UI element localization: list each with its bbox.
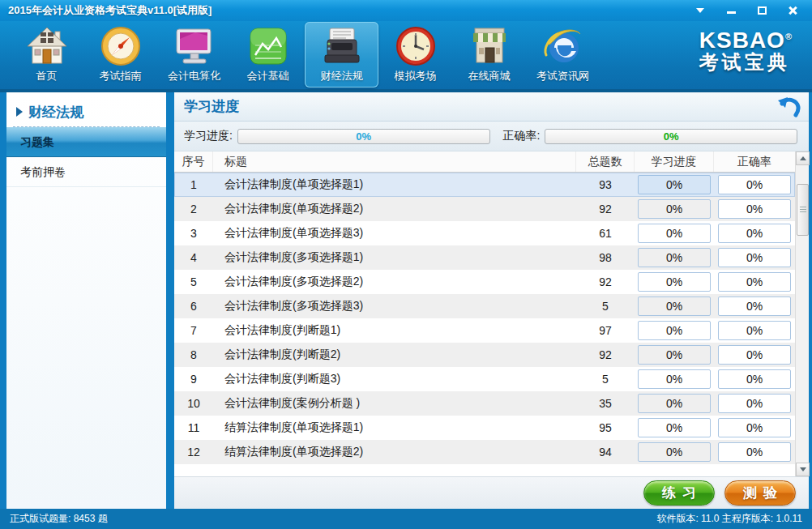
row-progress-cell: 0% xyxy=(635,248,714,267)
nav-item-label: 会计电算化 xyxy=(168,69,220,83)
row-total: 95 xyxy=(576,421,635,434)
table-row[interactable]: 2会计法律制度(单项选择题2)920%0% xyxy=(174,197,795,221)
progress-label: 学习进度: xyxy=(184,129,233,143)
ksbao-logo: KSBAO® 考试宝典 xyxy=(699,22,804,73)
row-progress-cell: 0% xyxy=(635,272,714,292)
table-row[interactable]: 8会计法律制度(判断题2)920%0% xyxy=(174,343,795,367)
triangle-right-icon xyxy=(16,107,23,117)
table-row[interactable]: 11结算法律制度(单项选择题1)950%0% xyxy=(174,416,795,440)
nav-item-accounting-basics[interactable]: 会计基础 xyxy=(231,22,305,87)
ie-icon xyxy=(541,24,585,68)
row-total: 94 xyxy=(576,446,635,459)
nav-item-finance-regulations[interactable]: 财经法规 xyxy=(305,22,378,87)
row-total: 5 xyxy=(576,300,635,313)
status-question-count: 正式版试题量: 8453 题 xyxy=(10,512,108,526)
progress-value: 0% xyxy=(356,130,371,143)
sidebar-item-exercise-sets[interactable]: 习题集 xyxy=(6,127,166,157)
row-total: 93 xyxy=(576,178,635,191)
table-row[interactable]: 3会计法律制度(单项选择题3)610%0% xyxy=(174,221,795,245)
row-no: 9 xyxy=(174,373,213,386)
back-arrow-icon[interactable] xyxy=(776,95,801,119)
row-accuracy-value: 0% xyxy=(718,175,791,194)
table-row[interactable]: 6会计法律制度(多项选择题3)50%0% xyxy=(174,294,795,318)
sidebar-item-label: 考前押卷 xyxy=(20,165,66,178)
sidebar-item-pre-exam-papers[interactable]: 考前押卷 xyxy=(6,157,166,187)
row-accuracy-cell: 0% xyxy=(714,296,795,316)
row-progress-value: 0% xyxy=(638,224,711,243)
row-accuracy-value: 0% xyxy=(718,321,791,340)
progress-bar: 0% xyxy=(237,129,490,144)
col-header-accuracy: 正确率 xyxy=(714,151,795,172)
computer-icon xyxy=(173,24,216,68)
table-header: 序号 标题 总题数 学习进度 正确率 xyxy=(174,151,795,173)
body-area: 财经法规 习题集 考前押卷 学习进度 学习进度: 0% xyxy=(0,92,812,509)
nav-item-exam-info-site[interactable]: 考试资讯网 xyxy=(526,22,600,87)
maximize-button[interactable] xyxy=(755,5,768,16)
row-title: 结算法律制度(单项选择题2) xyxy=(213,445,576,459)
row-accuracy-value: 0% xyxy=(718,296,791,316)
table-row[interactable]: 4会计法律制度(多项选择题1)980%0% xyxy=(174,245,795,270)
sidebar-header-label: 财经法规 xyxy=(28,103,83,122)
row-title: 会计法律制度(案例分析题 ) xyxy=(213,396,576,411)
nav-item-computerized-accounting[interactable]: 会计电算化 xyxy=(157,22,231,87)
logo-reg-mark: ® xyxy=(785,32,793,41)
col-header-progress: 学习进度 xyxy=(635,151,714,172)
app-window: 2015年会计从业资格考试宝典v11.0[试用版] 首页 xyxy=(0,0,812,529)
table-scrollbar[interactable] xyxy=(795,151,809,476)
home-icon xyxy=(25,24,69,68)
nav-item-mock-exam[interactable]: 模拟考场 xyxy=(378,22,452,87)
table-row[interactable]: 10会计法律制度(案例分析题 )350%0% xyxy=(174,391,795,416)
nav-item-online-mall[interactable]: 在线商城 xyxy=(452,22,526,87)
row-title: 会计法律制度(判断题2) xyxy=(213,348,576,362)
row-progress-cell: 0% xyxy=(635,345,714,365)
row-no: 10 xyxy=(174,397,213,410)
row-progress-value: 0% xyxy=(638,321,711,340)
scrollbar-thumb[interactable] xyxy=(797,184,809,236)
row-progress-cell: 0% xyxy=(635,418,714,437)
scrollbar-down-button[interactable] xyxy=(796,463,810,476)
row-total: 61 xyxy=(576,227,635,240)
row-accuracy-cell: 0% xyxy=(714,199,795,219)
table-row[interactable]: 1会计法律制度(单项选择题1)930%0% xyxy=(174,173,795,197)
minimize-icon xyxy=(727,11,736,14)
table-body: 1会计法律制度(单项选择题1)930%0%2会计法律制度(单项选择题2)920%… xyxy=(174,173,795,464)
sidebar-item-label: 习题集 xyxy=(20,135,54,148)
compass-icon xyxy=(99,24,143,68)
row-accuracy-cell: 0% xyxy=(714,369,795,389)
row-accuracy-value: 0% xyxy=(718,272,791,292)
row-progress-cell: 0% xyxy=(635,175,714,194)
row-accuracy-cell: 0% xyxy=(714,345,795,365)
minimize-button[interactable] xyxy=(724,5,737,16)
row-no: 1 xyxy=(174,178,213,191)
row-total: 92 xyxy=(576,203,635,215)
row-progress-value: 0% xyxy=(638,296,711,316)
maximize-icon xyxy=(758,6,767,15)
row-no: 4 xyxy=(174,251,213,264)
row-progress-cell: 0% xyxy=(635,369,714,389)
table-row[interactable]: 7会计法律制度(判断题1)970%0% xyxy=(174,318,795,343)
table-row[interactable]: 9会计法律制度(判断题3)50%0% xyxy=(174,367,795,391)
row-no: 3 xyxy=(174,227,213,240)
shop-icon xyxy=(468,24,511,68)
row-no: 8 xyxy=(174,348,213,361)
nav-item-label: 在线商城 xyxy=(468,69,511,83)
row-accuracy-cell: 0% xyxy=(714,418,795,437)
test-button[interactable]: 测验 xyxy=(724,480,796,506)
close-button[interactable] xyxy=(786,5,799,16)
row-progress-value: 0% xyxy=(638,175,711,194)
row-accuracy-value: 0% xyxy=(718,418,791,437)
table-row[interactable]: 5会计法律制度(多项选择题2)920%0% xyxy=(174,270,795,294)
row-progress-value: 0% xyxy=(638,272,711,292)
row-accuracy-value: 0% xyxy=(718,248,791,267)
practice-button[interactable]: 练习 xyxy=(643,480,715,506)
row-accuracy-cell: 0% xyxy=(714,175,795,194)
skin-menu-button[interactable] xyxy=(694,5,707,16)
row-title: 会计法律制度(单项选择题3) xyxy=(213,226,576,241)
nav-item-exam-guide[interactable]: 考试指南 xyxy=(83,22,157,87)
table-row[interactable]: 12结算法律制度(单项选择题2)940%0% xyxy=(174,440,795,464)
row-progress-cell: 0% xyxy=(635,394,714,413)
nav-item-home[interactable]: 首页 xyxy=(10,22,83,87)
col-header-no: 序号 xyxy=(174,151,213,172)
row-progress-cell: 0% xyxy=(635,442,714,462)
scrollbar-up-button[interactable] xyxy=(796,151,810,165)
